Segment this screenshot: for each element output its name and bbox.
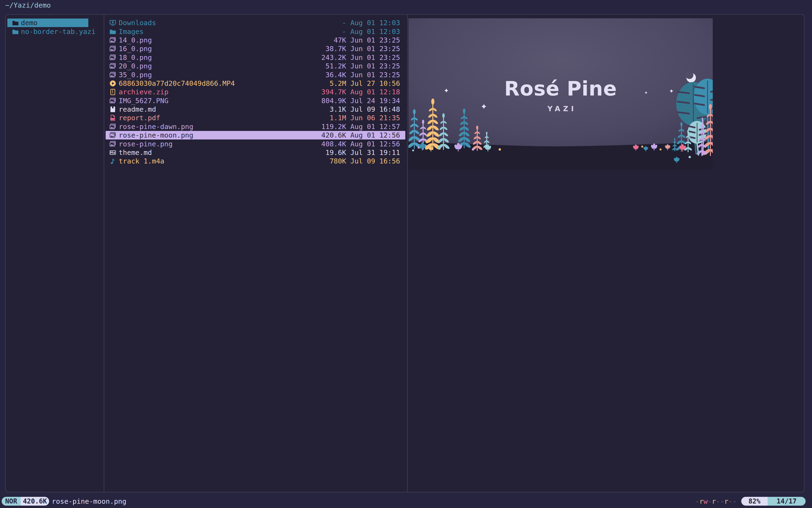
file-size: 119.2K (321, 123, 346, 131)
file-row[interactable]: rose-pine.png408.4KAug 01 12:56 (106, 139, 405, 148)
file-date: Aug 01 12:56 (350, 131, 400, 139)
file-name: Images (119, 28, 342, 36)
file-row[interactable]: readme.md3.1KJul 09 16:48 (106, 105, 405, 114)
status-bar: NOR 420.6K rose-pine-moon.png -rw-r--r--… (0, 497, 812, 506)
zip-icon (109, 88, 116, 95)
file-date: Jun 01 23:25 (350, 53, 400, 61)
preview-subtitle: YAZI (409, 104, 713, 113)
file-name: IMG_5627.PNG (119, 97, 321, 105)
file-size: 243.2K (321, 53, 346, 61)
file-row[interactable]: Images-Aug 01 12:03 (106, 27, 405, 36)
image-icon (109, 97, 116, 104)
file-name: track 1.m4a (119, 157, 330, 165)
file-name: 14_0.png (119, 36, 334, 44)
file-size-indicator: 420.6K (21, 497, 49, 506)
image-icon (109, 37, 116, 44)
file-row[interactable]: rose-pine-moon.png420.6KAug 01 12:56 (106, 131, 405, 139)
file-row[interactable]: 35_0.png36.4KJun 01 23:25 (106, 70, 405, 79)
parent-dir-row[interactable]: demo (7, 18, 88, 27)
cursor-position: 14/17 (768, 497, 806, 506)
scroll-percent: 82% (741, 497, 768, 506)
file-size: 394.7K (321, 88, 346, 96)
svg-text:PDF: PDF (111, 118, 114, 120)
file-row[interactable]: 16_0.png38.7KJun 01 23:25 (106, 44, 405, 53)
file-size: - (342, 19, 346, 27)
image-icon (109, 45, 116, 52)
file-row[interactable]: 14_0.png47KJun 01 23:25 (106, 36, 405, 44)
image-icon (109, 54, 116, 61)
pane-divider (407, 15, 408, 492)
file-date: Jul 09 16:48 (350, 105, 400, 113)
file-date: Jun 01 23:25 (350, 62, 400, 70)
music-icon (109, 158, 116, 165)
file-date: Aug 01 12:18 (350, 88, 400, 96)
file-size: 780K (330, 157, 346, 165)
file-row[interactable]: 68863030a77d20c74049d866.MP45.2MJul 27 1… (106, 79, 405, 88)
image-icon (109, 71, 116, 78)
parent-dir-label: demo (21, 19, 38, 27)
file-name: 35_0.png (119, 71, 326, 79)
mode-pill: NOR 420.6K (2, 497, 49, 506)
file-date: Jul 09 16:56 (350, 157, 400, 165)
file-size: 38.7K (326, 45, 346, 53)
file-row[interactable]: PDFreport.pdf1.1MJun 06 21:35 (106, 114, 405, 122)
parent-dir-label: no-border-tab.yazi (21, 28, 95, 36)
markdown-icon (109, 149, 116, 156)
file-row[interactable]: IMG_5627.PNG804.9KJul 24 19:34 (106, 96, 405, 105)
preview-title: Rosé Pine (409, 77, 713, 100)
file-name: rose-pine-dawn.png (119, 123, 321, 131)
file-size: 3.1K (330, 105, 346, 113)
book-icon (109, 106, 116, 113)
file-name: Downloads (119, 19, 342, 27)
file-size: 408.4K (321, 140, 346, 148)
file-name: 68863030a77d20c74049d866.MP4 (119, 79, 330, 87)
image-icon (109, 140, 116, 147)
file-date: Jun 01 23:25 (350, 45, 400, 53)
file-size: 51.2K (326, 62, 346, 70)
file-name: archieve.zip (119, 88, 321, 96)
file-size: 19.6K (326, 149, 346, 157)
folder-icon (12, 19, 19, 26)
file-name: report.pdf (119, 114, 330, 122)
download-icon (109, 19, 116, 26)
file-size: 420.6K (321, 131, 346, 139)
image-icon (109, 123, 116, 130)
file-size: - (342, 28, 346, 36)
file-date: Jun 01 23:25 (350, 36, 400, 44)
pdf-icon: PDF (109, 114, 116, 121)
permissions: -rw-r--r-- (695, 497, 737, 506)
video-icon (109, 80, 116, 87)
image-icon (109, 62, 116, 70)
file-name: 20_0.png (119, 62, 326, 70)
file-date: Jun 06 21:35 (350, 114, 400, 122)
file-date: Aug 01 12:57 (350, 123, 400, 131)
file-name: theme.md (119, 149, 326, 157)
file-row[interactable]: theme.md19.6KJul 31 19:11 (106, 148, 405, 157)
file-row[interactable]: archieve.zip394.7KAug 01 12:18 (106, 88, 405, 96)
file-row[interactable]: 20_0.png51.2KJun 01 23:25 (106, 62, 405, 70)
file-row[interactable]: track 1.m4a780KJul 09 16:56 (106, 157, 405, 165)
file-size: 47K (334, 36, 346, 44)
panes-container: demono-border-tab.yazi Downloads-Aug 01 … (5, 14, 804, 492)
file-name: rose-pine-moon.png (119, 131, 321, 139)
position-pill: 82% 14/17 (741, 497, 806, 506)
breadcrumb: ~/Yazi/demo (5, 1, 51, 9)
file-date: Jul 31 19:11 (350, 149, 400, 157)
status-filename: rose-pine-moon.png (52, 497, 126, 506)
file-date: Jul 27 10:56 (350, 79, 400, 87)
file-date: Aug 01 12:03 (350, 19, 400, 27)
file-size: 1.1M (330, 114, 346, 122)
file-date: Aug 01 12:56 (350, 140, 400, 148)
file-date: Jul 24 19:34 (350, 97, 400, 105)
mode-indicator: NOR (2, 497, 21, 506)
file-size: 36.4K (326, 71, 346, 79)
file-size: 5.2M (330, 79, 346, 87)
file-name: 18_0.png (119, 53, 321, 61)
file-name: rose-pine.png (119, 140, 321, 148)
file-size: 804.9K (321, 97, 346, 105)
file-name: 16_0.png (119, 45, 326, 53)
file-row[interactable]: Downloads-Aug 01 12:03 (106, 18, 405, 27)
file-row[interactable]: rose-pine-dawn.png119.2KAug 01 12:57 (106, 122, 405, 131)
parent-dir-row[interactable]: no-border-tab.yazi (7, 27, 88, 36)
file-row[interactable]: 18_0.png243.2KJun 01 23:25 (106, 53, 405, 62)
